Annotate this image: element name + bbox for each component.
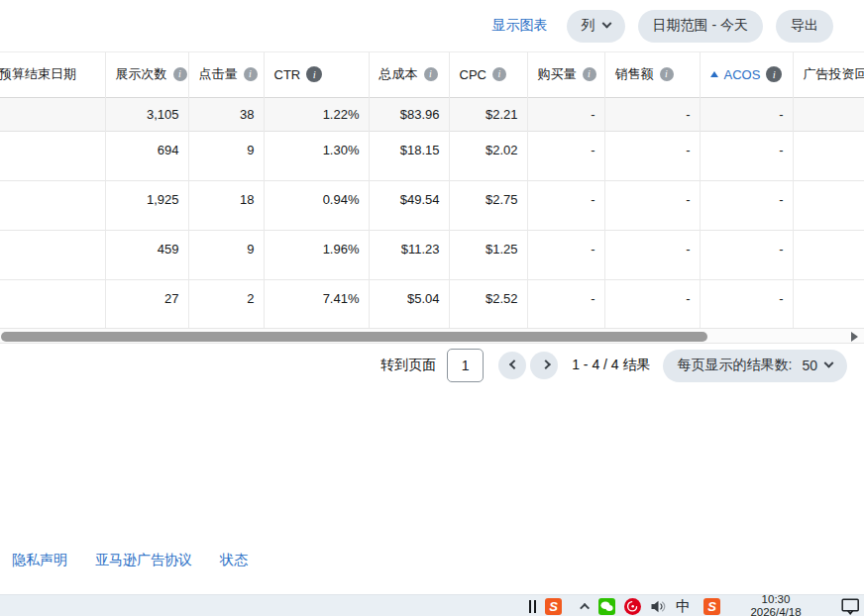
cell-cpc: $2.02 xyxy=(449,131,527,180)
chevron-down-icon xyxy=(824,358,834,367)
metrics-table: 预算结束日期 展示次数 点击量 CTR 总成本 CPC xyxy=(0,51,864,328)
taskbar-clock[interactable]: 10:30 2026/4/18 xyxy=(745,594,807,616)
info-icon[interactable] xyxy=(583,67,596,81)
cell-ctr: 0.94% xyxy=(264,180,369,230)
cell-total-spend: $18.15 xyxy=(369,131,449,180)
column-label: 预算结束日期 xyxy=(0,66,76,81)
wechat-icon[interactable] xyxy=(598,598,615,615)
privacy-notice-link[interactable]: 隐私声明 xyxy=(12,552,67,569)
column-header-clicks[interactable]: 点击量 xyxy=(188,52,264,97)
cell-roas xyxy=(793,230,864,279)
amazon-ads-agreement-link[interactable]: 亚马逊广告协议 xyxy=(95,552,192,569)
info-icon[interactable] xyxy=(173,67,187,81)
scrollbar-thumb[interactable] xyxy=(1,332,707,342)
per-page-value: 50 xyxy=(802,358,817,373)
cell-purchases: - xyxy=(527,180,604,230)
cell-total-spend: $5.04 xyxy=(369,279,449,328)
cell-cpc: $1.25 xyxy=(449,230,527,279)
cell-sales: - xyxy=(604,97,700,131)
cell-budget-end xyxy=(0,230,105,279)
column-label: CTR xyxy=(274,67,301,82)
cell-purchases: - xyxy=(527,131,604,180)
column-header-purchases[interactable]: 购买量 xyxy=(527,52,604,97)
horizontal-scrollbar[interactable] xyxy=(0,328,864,344)
column-label: ACOS xyxy=(724,67,761,82)
netease-music-icon[interactable] xyxy=(624,598,641,615)
column-label: 广告投资回报率 xyxy=(804,66,864,81)
cell-sales: - xyxy=(604,230,700,279)
ads-console-page: 显示图表 列 日期范围 - 今天 导出 预算结束日期 xyxy=(0,0,864,616)
cell-impressions: 3,105 xyxy=(105,97,188,131)
cell-sales: - xyxy=(604,180,700,230)
cell-total-spend: $83.96 xyxy=(369,97,449,131)
cell-roas xyxy=(793,180,864,230)
taskbar-date: 2026/4/18 xyxy=(745,606,807,616)
goto-page-label: 转到页面 xyxy=(380,357,436,374)
column-label: 销售额 xyxy=(615,65,654,83)
column-header-acos[interactable]: ACOS xyxy=(700,52,793,97)
cell-roas xyxy=(793,131,864,180)
column-header-ctr[interactable]: CTR xyxy=(264,52,369,97)
previous-page-button[interactable] xyxy=(498,352,526,379)
cell-purchases: - xyxy=(527,97,604,131)
cell-budget-end xyxy=(0,131,105,180)
cell-ctr: 1.22% xyxy=(264,97,369,131)
chevron-up-icon[interactable] xyxy=(583,603,590,610)
table-totals-row: 3,105 38 1.22% $83.96 $2.21 - - - xyxy=(0,97,864,131)
cell-impressions: 694 xyxy=(105,131,188,180)
cell-impressions: 1,925 xyxy=(105,180,188,230)
page-number-input[interactable] xyxy=(447,349,484,382)
column-header-budget-end-date[interactable]: 预算结束日期 xyxy=(0,52,105,97)
info-icon[interactable] xyxy=(766,66,782,82)
footer-links: 隐私声明 亚马逊广告协议 状态 xyxy=(12,552,248,569)
column-header-sales[interactable]: 销售额 xyxy=(604,52,700,97)
cell-impressions: 27 xyxy=(105,279,188,328)
chevron-down-icon xyxy=(601,18,611,28)
cell-acos: - xyxy=(700,97,793,131)
system-tray: 中 10:30 2026/4/18 xyxy=(529,595,864,616)
column-label: 总成本 xyxy=(379,65,418,83)
orange-s-logo-icon[interactable] xyxy=(703,598,720,615)
columns-button-label: 列 xyxy=(582,17,595,35)
info-icon[interactable] xyxy=(424,67,438,81)
column-header-cpc[interactable]: CPC xyxy=(449,52,527,97)
status-link[interactable]: 状态 xyxy=(220,552,248,569)
table-row: 27 2 7.41% $5.04 $2.52 - - - xyxy=(0,279,864,328)
results-count-text: 1 - 4 / 4 结果 xyxy=(572,357,650,374)
column-header-impressions[interactable]: 展示次数 xyxy=(105,52,188,97)
column-header-total-spend[interactable]: 总成本 xyxy=(369,52,449,97)
cell-purchases: - xyxy=(527,230,604,279)
cell-acos: - xyxy=(700,131,793,180)
info-icon[interactable] xyxy=(244,67,258,81)
windows-taskbar: 中 10:30 2026/4/18 xyxy=(0,594,864,616)
cell-roas xyxy=(793,97,864,131)
column-label: 购买量 xyxy=(538,65,577,83)
cell-clicks: 38 xyxy=(188,97,264,131)
table-row: 1,925 18 0.94% $49.54 $2.75 - - - xyxy=(0,180,864,230)
cell-acos: - xyxy=(700,279,793,328)
cell-clicks: 9 xyxy=(188,230,264,279)
cell-cpc: $2.52 xyxy=(449,279,527,328)
orange-s-logo-icon[interactable] xyxy=(545,598,562,615)
scroll-right-arrow-icon[interactable] xyxy=(851,332,858,342)
results-per-page-dropdown[interactable]: 每页显示的结果数: 50 xyxy=(663,350,847,382)
column-header-roas[interactable]: 广告投资回报率 xyxy=(793,52,864,97)
column-label: 点击量 xyxy=(199,65,238,83)
show-chart-link[interactable]: 显示图表 xyxy=(492,17,548,35)
cell-cpc: $2.21 xyxy=(449,97,527,131)
export-button[interactable]: 导出 xyxy=(776,10,833,43)
info-icon[interactable] xyxy=(660,67,674,81)
column-label: CPC xyxy=(460,67,486,82)
table-row: 459 9 1.96% $11.23 $1.25 - - - xyxy=(0,230,864,279)
speaker-icon[interactable] xyxy=(650,599,667,614)
cell-budget-end xyxy=(0,180,105,230)
notification-bubble-icon[interactable] xyxy=(841,598,860,615)
columns-button[interactable]: 列 xyxy=(567,10,625,43)
ime-chinese-icon[interactable]: 中 xyxy=(676,595,691,616)
date-range-button[interactable]: 日期范围 - 今天 xyxy=(638,10,763,43)
next-page-button[interactable] xyxy=(530,352,558,379)
cell-budget-end xyxy=(0,279,105,328)
info-icon[interactable] xyxy=(492,67,506,81)
cell-clicks: 9 xyxy=(188,131,264,180)
info-icon[interactable] xyxy=(306,66,322,82)
